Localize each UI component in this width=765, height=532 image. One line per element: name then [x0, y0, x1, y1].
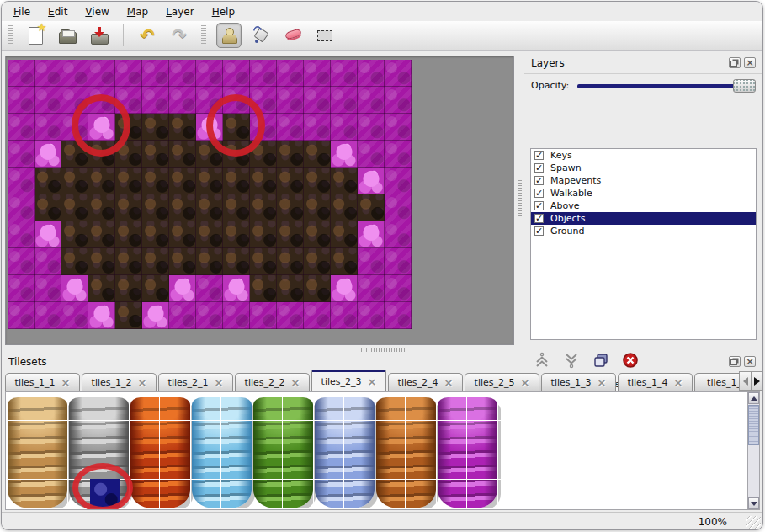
- tileset-pillar-sky-blue-fur[interactable]: [192, 397, 252, 508]
- map-tile-9-10[interactable]: [277, 302, 304, 329]
- splitter-grip[interactable]: [518, 180, 522, 217]
- map-tile-8-1[interactable]: [35, 275, 61, 302]
- resize-grip[interactable]: [746, 516, 761, 529]
- map-tile-grid[interactable]: [8, 60, 412, 329]
- map-tile-0-0[interactable]: [8, 60, 35, 87]
- map-tile-9-9[interactable]: [250, 302, 277, 329]
- map-tile-3-1[interactable]: [35, 141, 61, 168]
- layer-checkbox[interactable]: ✓: [534, 189, 544, 198]
- tileset-tab-tiles_1_2[interactable]: tiles_1_2×: [82, 373, 157, 391]
- map-tile-7-10[interactable]: [277, 248, 304, 275]
- map-tile-9-2[interactable]: [61, 302, 88, 329]
- menu-edit[interactable]: Edit: [43, 3, 72, 20]
- map-tile-0-4[interactable]: [115, 60, 142, 87]
- map-tile-4-14[interactable]: [385, 168, 412, 194]
- map-tile-6-2[interactable]: [61, 221, 88, 248]
- map-tile-8-5[interactable]: [142, 275, 169, 302]
- scroll-down-button[interactable]: [748, 497, 759, 509]
- map-tile-4-12[interactable]: [331, 168, 358, 194]
- tileset-pillar-tan-fur[interactable]: [8, 397, 67, 508]
- map-tile-4-0[interactable]: [8, 168, 35, 194]
- map-tile-2-10[interactable]: [277, 114, 304, 141]
- horizontal-splitter[interactable]: [2, 345, 762, 354]
- map-tile-6-12[interactable]: [331, 221, 358, 248]
- map-view[interactable]: [5, 56, 514, 345]
- layers-panel-close-button[interactable]: ×: [744, 57, 756, 68]
- map-tile-0-13[interactable]: [358, 60, 385, 87]
- layer-row-objects[interactable]: ✓Objects: [531, 212, 756, 225]
- map-tile-9-0[interactable]: [8, 302, 35, 329]
- tileset-tab-tiles_2_5[interactable]: tiles_2_5×: [465, 373, 539, 391]
- map-tile-7-2[interactable]: [61, 248, 88, 275]
- tileset-pillar-magenta-fur[interactable]: [438, 397, 497, 508]
- map-tile-8-2[interactable]: [61, 275, 88, 302]
- select-tool-button[interactable]: [312, 23, 337, 48]
- map-tile-9-5[interactable]: [142, 302, 169, 329]
- map-tile-3-10[interactable]: [277, 141, 304, 168]
- tileset-view[interactable]: [5, 391, 749, 510]
- map-tile-6-13[interactable]: [358, 221, 385, 248]
- map-tile-1-14[interactable]: [385, 87, 412, 114]
- map-tile-1-0[interactable]: [8, 87, 35, 114]
- map-tile-6-6[interactable]: [169, 221, 196, 248]
- layer-row-above[interactable]: ✓Above: [531, 200, 756, 212]
- map-tile-3-0[interactable]: [8, 141, 35, 168]
- menu-file[interactable]: File: [8, 3, 35, 20]
- map-tile-5-6[interactable]: [169, 194, 196, 221]
- map-tile-7-14[interactable]: [385, 248, 412, 275]
- map-tile-1-5[interactable]: [142, 87, 169, 114]
- map-tile-6-11[interactable]: [304, 221, 331, 248]
- layer-row-walkable[interactable]: ✓Walkable: [531, 187, 756, 200]
- menu-map[interactable]: Map: [122, 3, 153, 20]
- map-tile-2-12[interactable]: [331, 114, 358, 141]
- toolbar-drag-grip[interactable]: [8, 25, 13, 45]
- map-tile-8-13[interactable]: [358, 275, 385, 302]
- map-tile-2-14[interactable]: [385, 114, 412, 141]
- map-tile-5-13[interactable]: [358, 194, 385, 221]
- map-tile-3-11[interactable]: [304, 141, 331, 168]
- map-tile-5-5[interactable]: [142, 194, 169, 221]
- map-tile-6-14[interactable]: [385, 221, 412, 248]
- menu-layer[interactable]: Layer: [161, 3, 199, 20]
- map-tile-5-2[interactable]: [61, 194, 88, 221]
- map-tile-9-14[interactable]: [385, 302, 412, 329]
- map-tile-5-1[interactable]: [35, 194, 61, 221]
- map-tile-9-13[interactable]: [358, 302, 385, 329]
- save-file-button[interactable]: [87, 23, 112, 48]
- map-tile-6-5[interactable]: [142, 221, 169, 248]
- map-tile-7-6[interactable]: [169, 248, 196, 275]
- map-tile-9-6[interactable]: [169, 302, 196, 329]
- layers-panel-float-button[interactable]: [729, 57, 741, 68]
- tab-close-icon[interactable]: ×: [215, 379, 224, 387]
- map-tile-8-12[interactable]: [331, 275, 358, 302]
- map-tile-9-12[interactable]: [331, 302, 358, 329]
- map-canvas[interactable]: [8, 60, 412, 329]
- map-tile-0-11[interactable]: [304, 60, 331, 87]
- tileset-tab-tiles_2_2[interactable]: tiles_2_2×: [235, 373, 310, 391]
- map-tile-7-4[interactable]: [115, 248, 142, 275]
- map-tile-6-0[interactable]: [8, 221, 35, 248]
- map-tile-7-11[interactable]: [304, 248, 331, 275]
- map-tile-7-13[interactable]: [358, 248, 385, 275]
- map-tile-5-3[interactable]: [88, 194, 115, 221]
- map-tile-9-1[interactable]: [35, 302, 61, 329]
- map-tile-7-1[interactable]: [35, 248, 61, 275]
- map-tile-8-11[interactable]: [304, 275, 331, 302]
- open-file-button[interactable]: [55, 23, 80, 48]
- map-tile-4-5[interactable]: [142, 168, 169, 194]
- map-tile-4-10[interactable]: [277, 168, 304, 194]
- tilesets-panel-close-button[interactable]: ×: [744, 356, 756, 367]
- map-tile-1-13[interactable]: [358, 87, 385, 114]
- vertical-splitter[interactable]: [515, 52, 524, 345]
- tab-close-icon[interactable]: ×: [674, 379, 683, 387]
- layer-checkbox[interactable]: ✓: [534, 163, 544, 173]
- map-tile-0-14[interactable]: [385, 60, 412, 87]
- map-tile-0-10[interactable]: [277, 60, 304, 87]
- map-tile-0-12[interactable]: [331, 60, 358, 87]
- toolbar-drag-grip-2[interactable]: [201, 25, 206, 45]
- layer-checkbox[interactable]: ✓: [534, 151, 544, 160]
- map-tile-0-7[interactable]: [196, 60, 223, 87]
- tileset-pillar-crystal-blue-fur[interactable]: [315, 397, 375, 508]
- map-tile-0-5[interactable]: [142, 60, 169, 87]
- map-tile-5-14[interactable]: [385, 194, 412, 221]
